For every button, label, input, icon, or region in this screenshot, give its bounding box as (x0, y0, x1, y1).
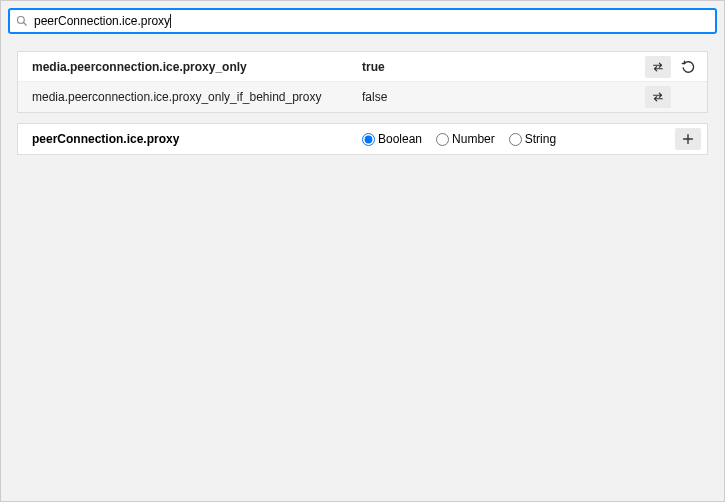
spacer (675, 86, 701, 108)
radio-boolean-input[interactable] (362, 133, 375, 146)
swap-icon (651, 90, 665, 104)
pref-name: media.peerconnection.ice.proxy_only (32, 60, 362, 74)
radio-boolean[interactable]: Boolean (362, 132, 422, 146)
toggle-button[interactable] (645, 86, 671, 108)
new-pref-name: peerConnection.ice.proxy (32, 132, 362, 146)
svg-point-0 (18, 17, 25, 24)
radio-number-label: Number (452, 132, 495, 146)
add-button[interactable] (675, 128, 701, 150)
radio-number[interactable]: Number (436, 132, 495, 146)
radio-string-label: String (525, 132, 556, 146)
pref-row[interactable]: media.peerconnection.ice.proxy_only_if_b… (18, 82, 707, 112)
reset-button[interactable] (675, 56, 701, 78)
pref-name: media.peerconnection.ice.proxy_only_if_b… (32, 90, 362, 104)
text-caret (170, 14, 171, 28)
search-icon (16, 15, 28, 27)
svg-line-1 (24, 23, 27, 26)
radio-number-input[interactable] (436, 133, 449, 146)
swap-icon (651, 60, 665, 74)
pref-value: true (362, 60, 645, 74)
toggle-button[interactable] (645, 56, 671, 78)
plus-icon (681, 132, 695, 146)
type-radio-group: Boolean Number String (362, 132, 675, 146)
pref-value: false (362, 90, 645, 104)
undo-icon (681, 60, 695, 74)
add-pref-panel: peerConnection.ice.proxy Boolean Number … (17, 123, 708, 155)
radio-boolean-label: Boolean (378, 132, 422, 146)
search-input[interactable]: peerConnection.ice.proxy (34, 14, 709, 28)
radio-string-input[interactable] (509, 133, 522, 146)
prefs-list: media.peerconnection.ice.proxy_only true (17, 51, 708, 113)
radio-string[interactable]: String (509, 132, 556, 146)
pref-row[interactable]: media.peerconnection.ice.proxy_only true (18, 52, 707, 82)
search-field-wrap[interactable]: peerConnection.ice.proxy (9, 9, 716, 33)
search-input-text: peerConnection.ice.proxy (34, 14, 170, 28)
